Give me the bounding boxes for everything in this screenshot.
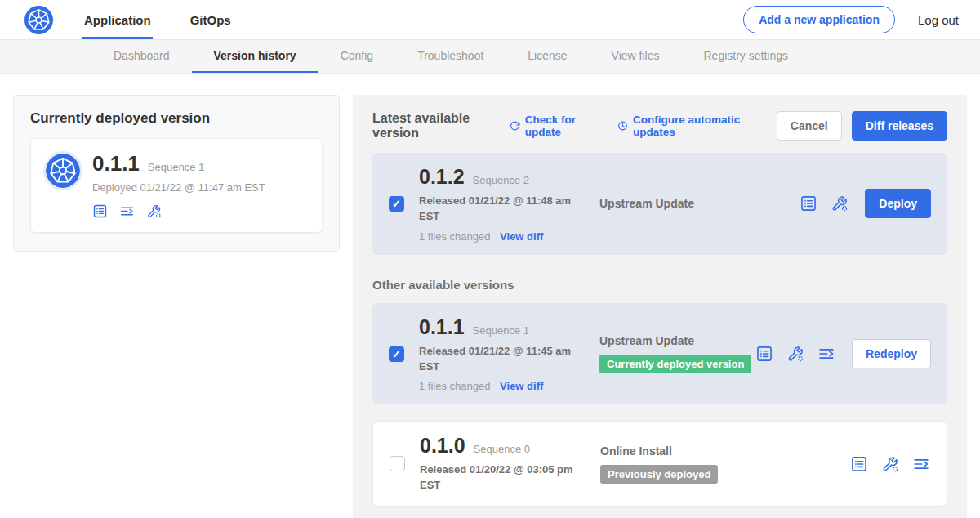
logout-button[interactable]: Log out — [918, 13, 959, 27]
deploy-button[interactable]: Deploy — [865, 189, 931, 218]
version-checkbox[interactable] — [390, 456, 405, 471]
files-changed-label: 1 files changed — [419, 230, 490, 243]
view-diff-link[interactable]: View diff — [500, 230, 543, 243]
currently-deployed-panel: Currently deployed version 0.1.1 Sequenc… — [13, 95, 340, 252]
version-source: Upstream Update — [599, 334, 755, 347]
release-notes-icon[interactable] — [800, 194, 817, 212]
kubernetes-logo-icon — [24, 6, 53, 34]
release-notes-icon[interactable] — [850, 455, 868, 473]
version-source-col: Upstream Update Currently deployed versi… — [595, 334, 755, 373]
latest-version-title: Latest available version — [372, 111, 493, 141]
deployed-timestamp: Deployed 01/21/22 @ 11:47 am EST — [92, 181, 265, 194]
files-changed-label: 1 files changed — [419, 380, 490, 392]
deploy-logs-icon[interactable] — [119, 203, 135, 219]
configure-automatic-updates-link[interactable]: Configure automatic updates — [617, 114, 757, 138]
version-actions — [850, 455, 930, 473]
version-actions: Redeploy — [755, 339, 931, 368]
tab-license-label: License — [528, 49, 567, 62]
version-history-panel: Latest available version Check for updat… — [353, 95, 967, 518]
config-icon[interactable] — [146, 203, 162, 219]
deployed-version-number: 0.1.1 — [92, 151, 140, 176]
diff-releases-button[interactable]: Diff releases — [852, 111, 947, 141]
deployed-panel-title: Currently deployed version — [30, 110, 323, 127]
add-application-button[interactable]: Add a new application — [743, 6, 895, 33]
cancel-button[interactable]: Cancel — [777, 111, 842, 141]
tab-config-label: Config — [341, 49, 373, 62]
tab-dashboard-label: Dashboard — [114, 49, 170, 62]
version-source: Online Install — [600, 444, 850, 458]
view-diff-link[interactable]: View diff — [500, 380, 543, 392]
clock-icon — [617, 119, 628, 132]
version-source: Upstream Update — [599, 197, 800, 210]
nav-item-gitops[interactable]: GitOps — [189, 0, 233, 39]
nav-gitops-label: GitOps — [190, 13, 231, 27]
version-sequence: Sequence 2 — [473, 174, 529, 186]
nav-application-label: Application — [84, 13, 151, 27]
deployed-action-icons — [92, 203, 265, 219]
version-actions: Deploy — [800, 189, 931, 218]
version-number: 0.1.0 — [420, 434, 466, 458]
deploy-logs-icon[interactable] — [817, 345, 835, 363]
refresh-icon — [510, 119, 520, 132]
version-number: 0.1.1 — [419, 315, 465, 339]
tab-troubleshoot[interactable]: Troubleshoot — [395, 40, 506, 73]
version-released: Released 01/20/22 @ 03:05 pm EST — [420, 462, 579, 493]
tab-registry-settings[interactable]: Registry settings — [681, 40, 809, 73]
release-notes-icon[interactable] — [755, 345, 773, 363]
tab-version-history-label: Version history — [214, 49, 296, 62]
top-header: Application GitOps Add a new application… — [0, 0, 980, 40]
configure-automatic-updates-label: Configure automatic updates — [633, 114, 757, 138]
version-released: Released 01/21/22 @ 11:48 am EST — [419, 194, 578, 225]
tab-version-history[interactable]: Version history — [192, 40, 318, 73]
version-checkbox[interactable]: ✓ — [389, 346, 404, 362]
tab-registry-settings-label: Registry settings — [703, 49, 787, 62]
tab-troubleshoot-label: Troubleshoot — [417, 49, 483, 62]
version-row-0-1-1: ✓ 0.1.1 Sequence 1 Released 01/21/22 @ 1… — [372, 303, 947, 405]
version-checkbox[interactable]: ✓ — [389, 196, 404, 212]
version-info: 0.1.2 Sequence 2 Released 01/21/22 @ 11:… — [419, 165, 595, 243]
main-content: Currently deployed version 0.1.1 Sequenc… — [0, 74, 980, 518]
version-source-col: Upstream Update — [595, 197, 800, 210]
check-for-update-link[interactable]: Check for update — [510, 114, 598, 138]
version-row-0-1-0: 0.1.0 Sequence 0 Released 01/20/22 @ 03:… — [372, 421, 947, 507]
version-source-col: Online Install Previously deployed — [595, 444, 850, 484]
tab-config[interactable]: Config — [318, 40, 395, 73]
app-logo-icon — [46, 154, 80, 188]
release-notes-icon[interactable] — [92, 203, 108, 219]
primary-nav: Application GitOps — [82, 0, 269, 39]
version-info: 0.1.1 Sequence 1 Released 01/21/22 @ 11:… — [419, 315, 595, 393]
version-number: 0.1.2 — [419, 165, 465, 189]
tab-dashboard[interactable]: Dashboard — [91, 40, 192, 73]
nav-item-application[interactable]: Application — [82, 0, 153, 39]
version-files-line: 1 files changed View diff — [419, 380, 595, 392]
app-subnav: Dashboard Version history Config Trouble… — [0, 40, 980, 74]
config-icon[interactable] — [881, 455, 899, 473]
version-sequence: Sequence 1 — [473, 324, 529, 337]
version-released: Released 01/21/22 @ 11:45 am EST — [419, 344, 578, 375]
deployed-version-sequence: Sequence 1 — [148, 161, 204, 173]
currently-deployed-badge: Currently deployed version — [599, 355, 751, 373]
tab-license[interactable]: License — [506, 40, 589, 73]
version-sequence: Sequence 0 — [474, 443, 530, 455]
tab-view-files[interactable]: View files — [590, 40, 682, 73]
version-info: 0.1.0 Sequence 0 Released 01/20/22 @ 03:… — [420, 434, 595, 493]
latest-version-header: Latest available version Check for updat… — [372, 111, 947, 141]
config-icon[interactable] — [831, 194, 849, 212]
deployed-version-card: 0.1.1 Sequence 1 Deployed 01/21/22 @ 11:… — [30, 138, 323, 233]
redeploy-button[interactable]: Redeploy — [852, 339, 931, 368]
previously-deployed-badge: Previously deployed — [600, 465, 718, 484]
tab-view-files-label: View files — [612, 49, 660, 62]
version-row-0-1-2: ✓ 0.1.2 Sequence 2 Released 01/21/22 @ 1… — [372, 153, 947, 255]
other-versions-title: Other available versions — [372, 278, 947, 292]
deployed-version-details: 0.1.1 Sequence 1 Deployed 01/21/22 @ 11:… — [92, 151, 265, 219]
version-files-line: 1 files changed View diff — [419, 230, 595, 243]
config-icon[interactable] — [786, 345, 804, 363]
check-for-update-label: Check for update — [525, 114, 598, 138]
deploy-logs-icon[interactable] — [912, 455, 930, 473]
